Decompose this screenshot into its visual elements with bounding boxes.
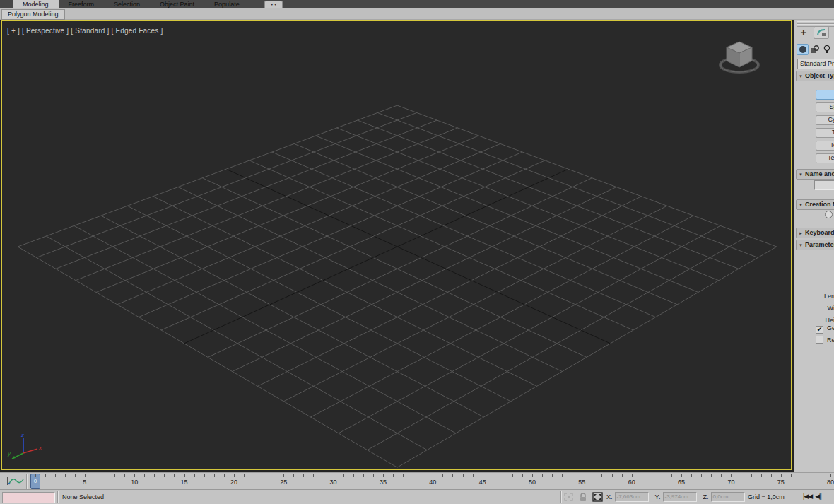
object-type-button-teapot[interactable]: Teapot — [816, 141, 834, 151]
ribbon-tab-populate[interactable]: Populate — [204, 0, 249, 8]
selection-lock-icon[interactable] — [579, 492, 587, 502]
axis-y-label: y — [7, 450, 11, 457]
timeline-tick — [105, 474, 105, 477]
coordinate-label: X: — [606, 493, 613, 500]
timeline-frame-number: 20 — [230, 479, 237, 486]
timeline-divider — [26, 474, 28, 489]
mini-curve-editor-button[interactable] — [4, 475, 24, 487]
timeline-tick — [473, 474, 474, 477]
object-type-button-torus[interactable]: Torus — [816, 128, 834, 138]
perspective-viewport[interactable]: [ + ][ Perspective ][ Standard ][ Edged … — [1, 20, 792, 470]
viewport-menu-style[interactable]: [ Edged Faces ] — [111, 27, 163, 35]
timeline-tick — [632, 474, 633, 477]
timeline-tick — [164, 474, 165, 477]
coordinate-input-x[interactable]: -7,663cm — [615, 492, 649, 502]
object-type-button-cylinder[interactable]: Cylinder — [816, 115, 834, 125]
viewcube-icon[interactable] — [714, 35, 765, 79]
absolute-transform-icon[interactable] — [592, 492, 603, 502]
previous-frame-button[interactable]: ◀|| — [815, 493, 821, 500]
creation-method-radio-cube[interactable]: Cube — [825, 211, 834, 219]
timeline-tick — [423, 474, 423, 477]
checkbox-generate-mapping-coords-[interactable]: ✔Generate Mapping Coords. — [816, 324, 834, 336]
parameter-checkboxes: ✔Generate Mapping Coords.Real-World Map … — [816, 324, 834, 347]
rollout-object-type[interactable]: ▾Object Type — [796, 71, 834, 81]
timeline-tick — [731, 474, 732, 477]
status-icons — [563, 492, 603, 502]
checkbox-real-world-map-size[interactable]: Real-World Map Size — [816, 336, 834, 347]
modify-tab[interactable] — [814, 26, 829, 39]
timeline-tick — [234, 474, 235, 477]
go-to-start-button[interactable]: |◀◀ — [803, 493, 812, 500]
coordinate-input-y[interactable]: -3,974cm — [663, 492, 697, 502]
timeline-tick — [134, 474, 135, 477]
coordinate-input-z[interactable]: 0,0cm — [711, 492, 745, 502]
timeline-tick — [463, 474, 464, 477]
timeline-tick — [542, 474, 543, 477]
lights-category-button[interactable] — [821, 44, 833, 55]
axis-z-label: z — [20, 432, 24, 438]
timeline-tick — [184, 474, 185, 477]
timeline-tick — [691, 474, 692, 477]
viewport-menu-general[interactable]: [ + ] — [7, 27, 20, 35]
timeline-tick — [751, 474, 752, 477]
timeline-tick — [283, 474, 284, 477]
geometry-icon — [799, 45, 807, 54]
parameter-label: Width: — [794, 305, 834, 312]
dropdown-caret-icon: ▾ — [274, 2, 276, 6]
timeline-tick — [452, 474, 453, 477]
timeline-tick — [95, 474, 95, 477]
timeline-tick — [373, 474, 374, 477]
timeline-tick — [532, 474, 533, 477]
rollout-parameters[interactable]: ▾Parameters — [796, 240, 834, 250]
timeline-tick — [343, 474, 344, 477]
timeline-tick — [154, 474, 155, 477]
timeline-frame-number: 35 — [380, 479, 387, 486]
timeline-tick — [811, 474, 811, 477]
rollout-name-and-color[interactable]: ▾Name and Color — [796, 169, 834, 180]
timeline-tick — [75, 474, 76, 477]
object-type-button-box[interactable]: Box — [816, 90, 834, 100]
ribbon-tab-selection[interactable]: Selection — [104, 0, 150, 8]
viewport-grid[interactable] — [2, 21, 791, 469]
timeline-frame-number: 15 — [181, 479, 188, 486]
timeline-tick — [801, 474, 801, 477]
timeline-frame-number: 75 — [777, 479, 785, 486]
timeline-tick — [413, 474, 413, 477]
timeline-tick — [124, 474, 125, 477]
rollout-expanded-icon: ▾ — [797, 170, 805, 179]
viewport-menu-shading[interactable]: [ Standard ] — [71, 27, 109, 35]
create-category-row — [797, 43, 833, 55]
viewport-menu-pov[interactable]: [ Perspective ] — [22, 27, 69, 35]
create-tab[interactable]: + — [797, 27, 811, 38]
object-name-input[interactable] — [814, 180, 834, 190]
shapes-category-button[interactable] — [809, 44, 821, 55]
timeline-frame-number: 55 — [578, 479, 585, 486]
rollout-creation-method[interactable]: ▾Creation Method — [796, 199, 834, 210]
object-type-button-sphere[interactable]: Sphere — [816, 102, 834, 112]
checkbox-icon — [816, 336, 823, 344]
timeline-tick — [214, 474, 215, 477]
rollout-expanded-icon: ▾ — [797, 241, 805, 250]
timeline-tick — [552, 474, 553, 477]
isolate-selection-icon[interactable] — [563, 492, 574, 502]
ribbon-tab-modeling[interactable]: Modeling — [13, 0, 59, 8]
maxscript-mini-listener[interactable] — [2, 492, 55, 503]
timeline-tick — [830, 474, 831, 477]
timeline-tick — [204, 474, 205, 477]
geometry-category-button[interactable] — [797, 44, 809, 55]
ribbon-tab-object-paint[interactable]: Object Paint — [150, 0, 204, 8]
grid-size-label: Grid = 1,0cm — [748, 493, 785, 500]
rollout-keyboard-entry[interactable]: ▸Keyboard Entry — [796, 228, 834, 238]
timeline-ruler[interactable]: 0 5101520253035404550556065707580 — [28, 473, 834, 489]
primitive-category-select[interactable]: Standard Primitives — [797, 59, 834, 69]
timeline-tick — [721, 474, 722, 477]
timeline-tick — [264, 474, 264, 477]
timeline-tick — [55, 474, 56, 477]
ribbon-tab-freeform[interactable]: Freeform — [59, 0, 105, 8]
timeline-tick — [622, 474, 623, 477]
timeline-tick — [572, 474, 572, 477]
panel-tab-polygon-modeling[interactable]: Polygon Modeling — [1, 9, 65, 20]
timeline-tick — [313, 474, 314, 477]
timeline-tick — [562, 474, 563, 477]
object-type-button-textplus[interactable]: TextPlus — [816, 153, 834, 163]
